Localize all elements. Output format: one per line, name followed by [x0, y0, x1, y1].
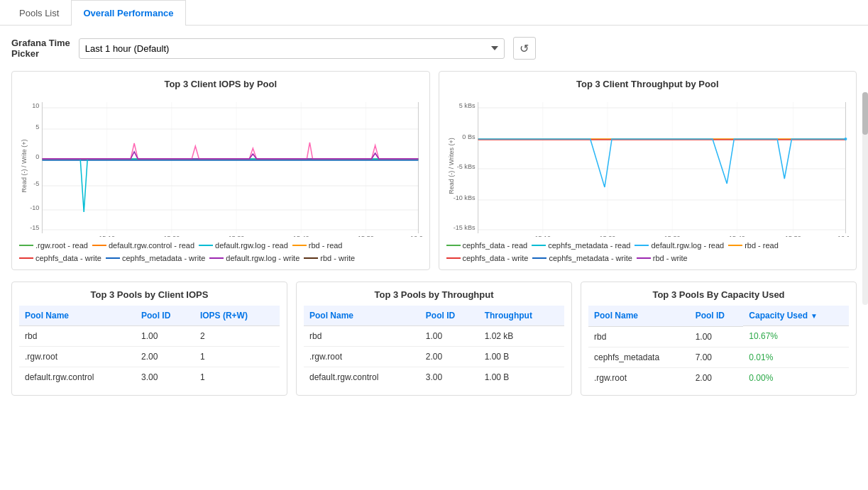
svg-text:-10: -10: [30, 204, 39, 211]
pool-iops: 1: [194, 347, 280, 367]
legend-label: cephfs_data - read: [463, 241, 528, 250]
cap-col-label: Capacity Used: [749, 311, 808, 321]
svg-text:-5 kBs: -5 kBs: [456, 163, 475, 170]
pool-name: default.rgw.control: [304, 367, 420, 388]
legend-item-log-write: default.rgw.log - write: [209, 254, 300, 262]
pool-name: rbd: [19, 326, 136, 347]
scrollbar-track: [862, 92, 868, 305]
legend-label: default.rgw.control - read: [109, 241, 194, 250]
svg-text:15:40: 15:40: [729, 235, 745, 237]
legend-color: [209, 257, 224, 259]
svg-text:5 kBs: 5 kBs: [458, 102, 475, 109]
iops-col-id: Pool ID: [136, 306, 194, 326]
throughput-chart-card: Top 3 Client Throughput by Pool 5 kBs 0 …: [439, 71, 857, 270]
capacity-table-title: Top 3 Pools By Capacity Used: [588, 289, 849, 300]
legend-color: [304, 257, 318, 259]
legend-color: [199, 245, 213, 246]
throughput-table: Pool Name Pool ID Throughput rbd 1.00 1.…: [304, 306, 564, 387]
svg-text:-5: -5: [33, 180, 39, 187]
legend-item-rbd-write-tp: rbd - write: [637, 254, 688, 262]
time-picker-select[interactable]: Last 1 hour (Default) Last 3 hours Last …: [79, 38, 505, 59]
legend-color: [292, 245, 307, 246]
legend-label: default.rgw.log - read: [651, 241, 724, 250]
legend-color: [637, 257, 651, 259]
legend-color: [446, 257, 461, 259]
iops-chart-card: Top 3 Client IOPS by Pool 10 5 0 -5 -10 …: [11, 71, 430, 270]
iops-col-iops: IOPS (R+W): [194, 306, 280, 326]
svg-text:15:50: 15:50: [785, 235, 801, 237]
svg-text:0: 0: [35, 153, 39, 160]
legend-color: [446, 245, 461, 246]
svg-text:-15: -15: [30, 224, 39, 231]
throughput-table-card: Top 3 Pools by Throughput Pool Name Pool…: [296, 282, 572, 396]
legend-label: cephfs_data - write: [463, 254, 529, 262]
pool-id: 3.00: [420, 367, 479, 388]
pool-id: 1.00: [690, 326, 744, 347]
pool-name: .rgw.root: [304, 347, 420, 367]
pool-throughput: 1.02 kB: [479, 326, 564, 347]
pool-name: .rgw.root: [588, 367, 690, 388]
legend-label: .rgw.root - read: [35, 241, 88, 250]
tables-row: Top 3 Pools by Client IOPS Pool Name Poo…: [11, 282, 857, 396]
pool-throughput: 1.00 B: [479, 347, 564, 367]
pool-id: 1.00: [420, 326, 479, 347]
svg-text:15:40: 15:40: [293, 235, 309, 237]
legend-label: rbd - read: [309, 241, 343, 250]
pool-id: 2.00: [690, 367, 744, 388]
legend-item-cephfs-data-read: cephfs_data - read: [446, 241, 528, 250]
svg-text:Read (-) / Writes (+): Read (-) / Writes (+): [448, 138, 455, 194]
pool-id: 3.00: [136, 367, 194, 388]
pool-id: 2.00: [136, 347, 194, 367]
table-row: .rgw.root 2.00 1.00 B: [304, 347, 564, 367]
sort-icon[interactable]: ▼: [811, 312, 818, 320]
svg-text:16:00: 16:00: [410, 235, 422, 237]
pool-capacity: 0.00%: [743, 367, 849, 388]
iops-table-card: Top 3 Pools by Client IOPS Pool Name Poo…: [11, 282, 287, 396]
svg-point-55: [844, 138, 847, 140]
legend-label: rbd - write: [653, 254, 688, 262]
svg-text:15:30: 15:30: [229, 235, 245, 237]
legend-item-cephfs-meta-read: cephfs_metadata - read: [532, 241, 630, 250]
refresh-button[interactable]: ↺: [513, 37, 536, 60]
cap-col-capacity: Capacity Used ▼: [743, 306, 849, 326]
legend-label: cephfs_metadata - write: [122, 254, 205, 262]
svg-text:Read (-) / Write (+): Read (-) / Write (+): [21, 140, 28, 193]
legend-label: default.rgw.log - write: [226, 254, 300, 262]
legend-color: [106, 257, 120, 259]
legend-label: rbd - read: [745, 241, 779, 250]
svg-text:15:30: 15:30: [664, 235, 680, 237]
pool-id: 2.00: [420, 347, 479, 367]
table-row: cephfs_metadata 7.00 0.01%: [588, 347, 849, 367]
legend-color: [532, 257, 546, 259]
tab-pools-list[interactable]: Pools List: [7, 0, 71, 26]
cap-col-id: Pool ID: [690, 306, 744, 326]
capacity-table-card: Top 3 Pools By Capacity Used Pool Name P…: [581, 282, 857, 396]
scrollbar-thumb[interactable]: [862, 92, 868, 135]
legend-color: [532, 245, 546, 246]
tab-overall-performance[interactable]: Overall Performance: [71, 0, 185, 26]
legend-item-rbd-write: rbd - write: [304, 254, 355, 262]
tp-col-id: Pool ID: [420, 306, 479, 326]
svg-text:10: 10: [32, 102, 39, 109]
table-row: .rgw.root 2.00 0.00%: [588, 367, 849, 388]
table-row: .rgw.root 2.00 1: [19, 347, 280, 367]
legend-label: default.rgw.log - read: [215, 241, 288, 250]
svg-text:15:20: 15:20: [163, 235, 180, 237]
table-row: rbd 1.00 1.02 kB: [304, 326, 564, 347]
iops-col-name: Pool Name: [19, 306, 136, 326]
pool-name: .rgw.root: [19, 347, 136, 367]
table-row: rbd 1.00 10.67%: [588, 326, 849, 347]
throughput-chart-svg: 5 kBs 0 Bs -5 kBs -10 kBs -15 kBs Read (…: [446, 95, 850, 237]
table-row: rbd 1.00 2: [19, 326, 280, 347]
legend-label: rbd - write: [320, 254, 355, 262]
pool-name: rbd: [304, 326, 420, 347]
pool-name: rbd: [588, 326, 690, 347]
legend-color: [634, 245, 649, 246]
iops-chart-svg: 10 5 0 -5 -10 -15 Read (-) / Write (+): [19, 95, 422, 237]
iops-table: Pool Name Pool ID IOPS (R+W) rbd 1.00 2 …: [19, 306, 280, 387]
tp-col-name: Pool Name: [304, 306, 420, 326]
throughput-chart-container: 5 kBs 0 Bs -5 kBs -10 kBs -15 kBs Read (…: [446, 95, 850, 237]
legend-item-rbd-read: rbd - read: [292, 241, 343, 250]
time-picker-row: Grafana TimePicker Last 1 hour (Default)…: [11, 37, 857, 60]
iops-chart-title: Top 3 Client IOPS by Pool: [19, 79, 422, 89]
